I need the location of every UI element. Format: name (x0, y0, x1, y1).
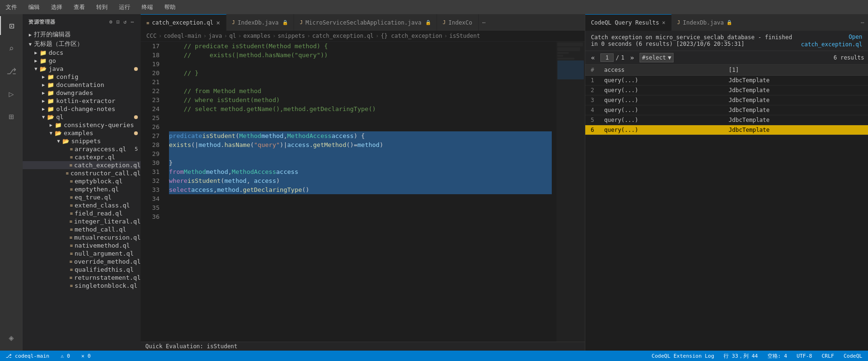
prev-page-button[interactable]: « (589, 53, 597, 62)
sidebar-item-field-read[interactable]: ≡ field_read.ql (23, 209, 141, 217)
tab-more-button[interactable]: ⋯ (479, 14, 489, 31)
menu-goto[interactable]: 转到 (94, 2, 110, 12)
menu-terminal[interactable]: 终端 (140, 2, 155, 12)
sidebar-item-returnstatement[interactable]: ≡ returnstatement.ql (23, 274, 141, 282)
sidebar-item-ql[interactable]: ▼ 📂 ql (23, 113, 141, 121)
extensions-icon[interactable]: ⊞ (0, 107, 23, 126)
sidebar-item-downgrades[interactable]: ▶ 📁 downgrades (23, 89, 141, 97)
close-results-tab[interactable]: × (662, 19, 666, 26)
status-language[interactable]: CodeQL (842, 353, 864, 359)
run-debug-icon[interactable]: ▷ (0, 84, 23, 103)
breadcrumb-ccc[interactable]: CCC (146, 33, 157, 39)
sidebar-item-snippets[interactable]: ▼ 📂 snippets (23, 137, 141, 145)
breadcrumb-isstudent[interactable]: isStudent (449, 33, 480, 39)
open-file-link[interactable]: Open (849, 34, 862, 40)
sidebar-item-extend-class[interactable]: ≡ extend_class.ql (23, 201, 141, 209)
page-input[interactable] (600, 53, 614, 62)
sidebar-item-examples[interactable]: ▼ 📂 examples (23, 129, 141, 137)
examples-modified-dot (134, 131, 138, 135)
table-row[interactable]: 3 query(...) JdbcTemplate (585, 95, 868, 105)
activity-bar: ⊡ ⌕ ⎇ ▷ ⊞ ◈ (0, 14, 23, 351)
row-num: 2 (585, 86, 599, 95)
new-file-icon[interactable]: ⊕ (109, 18, 114, 26)
breadcrumb-codeql-main[interactable]: codeql-main (164, 33, 201, 39)
snippets-label: snippets (71, 138, 141, 145)
next-page-button[interactable]: » (628, 53, 636, 62)
null-argument-label: null_argument.ql (75, 250, 141, 257)
breadcrumb-ql[interactable]: ql (229, 33, 236, 39)
sidebar-item-kotlin[interactable]: ▶ 📁 kotlin-extractor (23, 97, 141, 105)
breadcrumb-file[interactable]: catch_exception.ql (312, 33, 374, 39)
menu-help[interactable]: 帮助 (162, 2, 177, 12)
open-filename-link[interactable]: catch_exception.ql (801, 41, 862, 48)
table-row[interactable]: 2 query(...) JdbcTemplate (585, 86, 868, 95)
sidebar-item-qualifiedthis[interactable]: ≡ qualifiedthis.ql (23, 266, 141, 274)
collapse-all-icon[interactable]: ⋯ (130, 18, 135, 26)
sidebar-item-integer[interactable]: ≡ integer_literal.ql (23, 217, 141, 225)
breadcrumb-catch-exception[interactable]: {} catch_exception (381, 33, 442, 39)
status-branch[interactable]: ⎇ codeql-main (4, 353, 51, 359)
menu-file[interactable]: 文件 (4, 2, 19, 12)
sidebar-open-editors[interactable]: ▶ 打开的编辑器 (23, 30, 141, 39)
sidebar-item-singletonblock[interactable]: ≡ singletonblock.ql (23, 282, 141, 290)
sidebar-item-java[interactable]: ▼ 📂 java (23, 65, 141, 73)
sidebar-item-docs[interactable]: ▶ 📁 docs (23, 49, 141, 57)
tab-catch-exception[interactable]: ≡ catch_exception.ql × (141, 14, 227, 31)
sidebar-item-arrayaccess[interactable]: ≡ arrayaccess.ql 5 (23, 145, 141, 153)
code-content[interactable]: // predicate isStudent(Method method) { … (164, 42, 556, 342)
indexdb-results-label: IndexDb.java (683, 19, 724, 26)
search-icon[interactable]: ⌕ (0, 39, 23, 58)
sidebar-item-method-call[interactable]: ≡ method_call.ql (23, 225, 141, 233)
status-line-ending[interactable]: CRLF (820, 353, 836, 359)
tab-indexdb-java[interactable]: J IndexDb.java 🔒 (227, 14, 295, 31)
table-row[interactable]: 1 query(...) JdbcTemplate (585, 76, 868, 86)
sidebar-item-emptythen[interactable]: ≡ emptythen.ql (23, 185, 141, 193)
results-table-wrap[interactable]: # access [1] 1 query(...) JdbcTemplate 2… (585, 65, 868, 351)
breadcrumb-java[interactable]: java (209, 33, 222, 39)
refresh-icon[interactable]: ↺ (123, 18, 128, 26)
status-codeql-log[interactable]: CodeQL Extension Log (650, 353, 716, 359)
new-folder-icon[interactable]: ⊡ (116, 18, 121, 26)
table-row[interactable]: 6 query(...) JdbcTemplate (585, 125, 868, 135)
tab-microservice[interactable]: J MicroServiceSeclabApplication.java 🔒 (294, 14, 437, 31)
sidebar-item-emptyblock[interactable]: ≡ emptyblock.ql (23, 177, 141, 185)
sidebar-item-go[interactable]: ▶ 📁 go (23, 57, 141, 65)
tab-close-catch[interactable]: × (216, 19, 220, 26)
status-encoding[interactable]: UTF-8 (795, 353, 814, 359)
ql-file-icon: ≡ (66, 171, 68, 176)
sidebar-workspace[interactable]: ▼ 无标题（工作区） (23, 39, 141, 49)
source-control-icon[interactable]: ⎇ (0, 61, 23, 80)
sidebar-item-catch-exception[interactable]: ≡ catch_exception.ql (23, 161, 141, 169)
sidebar-item-mutualrecursion[interactable]: ≡ mutualrecursion.ql (23, 233, 141, 241)
menu-edit[interactable]: 编辑 (26, 2, 42, 12)
folder-open-icon: 📂 (40, 66, 47, 72)
sidebar-item-override-method[interactable]: ≡ override_method.ql (23, 258, 141, 266)
sidebar-item-constructor[interactable]: ≡ constructor_call.ql (23, 169, 141, 177)
breadcrumb-examples[interactable]: examples (243, 33, 270, 39)
breadcrumb-snippets[interactable]: snippets (278, 33, 305, 39)
select-dropdown[interactable]: #select ▼ (640, 53, 674, 62)
menu-view[interactable]: 查看 (72, 2, 87, 12)
table-row[interactable]: 5 query(...) JdbcTemplate (585, 115, 868, 125)
tab-codeql-results[interactable]: CodeQL Query Results × (585, 14, 672, 31)
explorer-icon[interactable]: ⊡ (0, 16, 23, 35)
sidebar-item-castexpr[interactable]: ≡ castexpr.ql (23, 153, 141, 161)
tab-indexdb-java-results[interactable]: J IndexDb.java 🔒 (672, 14, 738, 31)
status-errors[interactable]: ✕ 0 (79, 353, 93, 359)
menu-select[interactable]: 选择 (49, 2, 64, 12)
tab-indexco[interactable]: J IndexCo (437, 14, 479, 31)
results-tab-more[interactable]: ⋯ (857, 14, 868, 31)
status-spaces[interactable]: 空格: 4 (766, 352, 789, 360)
sidebar-item-old-change[interactable]: ▶ 📁 old-change-notes (23, 105, 141, 113)
status-warnings[interactable]: ⚠ 0 (59, 353, 72, 359)
sidebar-item-nativemethod[interactable]: ≡ nativemethod.ql (23, 241, 141, 249)
menu-run[interactable]: 运行 (117, 2, 132, 12)
sidebar-item-documentation[interactable]: ▶ 📁 documentation (23, 81, 141, 89)
codeql-bottom-icon[interactable]: ◈ (0, 328, 23, 347)
table-row[interactable]: 4 query(...) JdbcTemplate (585, 105, 868, 115)
status-line-col[interactable]: 行 33，列 44 (722, 352, 760, 360)
sidebar-item-null-argument[interactable]: ≡ null_argument.ql (23, 249, 141, 258)
sidebar-item-eq-true[interactable]: ≡ eq_true.ql (23, 193, 141, 201)
sidebar-item-consistency[interactable]: ▶ 📁 consistency-queries (23, 121, 141, 129)
sidebar-item-config[interactable]: ▶ 📁 config (23, 73, 141, 81)
